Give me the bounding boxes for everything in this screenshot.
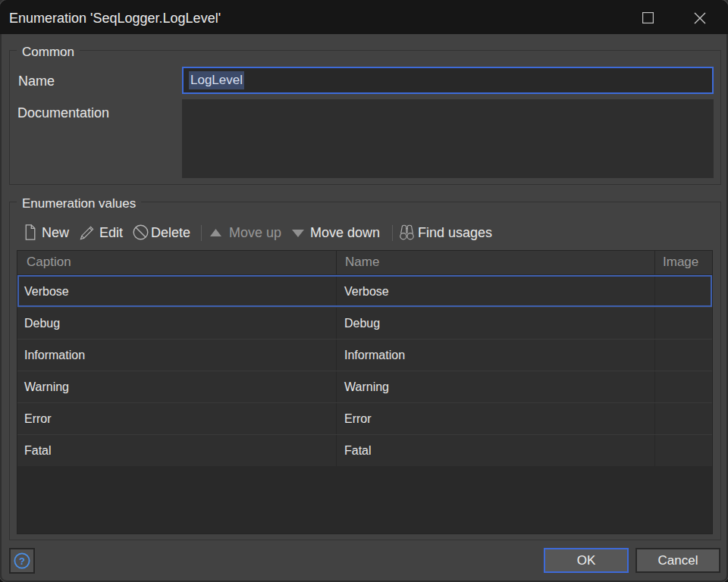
svg-text:?: ? (19, 555, 25, 567)
